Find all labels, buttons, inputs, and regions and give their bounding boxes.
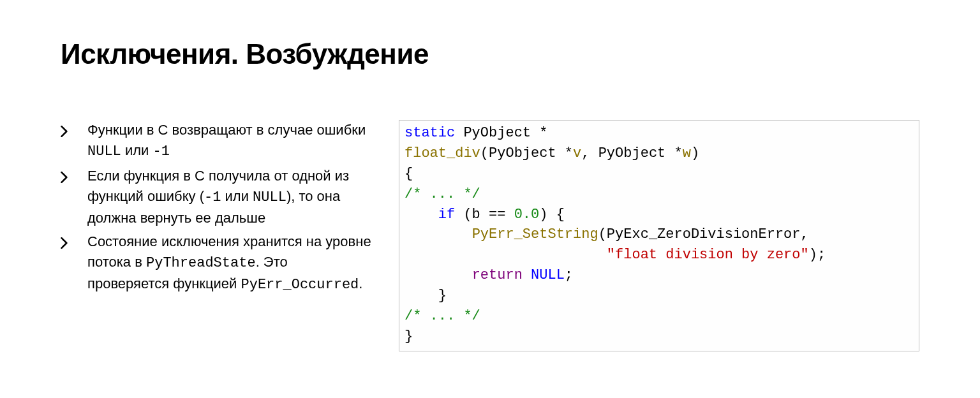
list-item: Состояние исключения хранится на уровне … xyxy=(61,232,373,295)
slide-title: Исключения. Возбуждение xyxy=(61,38,919,70)
list-item-text: Состояние исключения хранится на уровне … xyxy=(87,233,371,291)
code-column: static PyObject * float_div(PyObject *v,… xyxy=(399,120,919,351)
list-item-text: Если функция в C получила от одной из фу… xyxy=(87,168,349,226)
bullet-column: Функции в C возвращают в случае ошибки N… xyxy=(61,120,373,351)
chevron-right-icon xyxy=(61,234,68,254)
list-item: Функции в C возвращают в случае ошибки N… xyxy=(61,120,373,162)
slide-content: Функции в C возвращают в случае ошибки N… xyxy=(61,120,919,351)
bullet-list: Функции в C возвращают в случае ошибки N… xyxy=(61,120,373,295)
chevron-right-icon xyxy=(61,122,68,143)
chevron-right-icon xyxy=(61,168,68,189)
list-item-text: Функции в C возвращают в случае ошибки N… xyxy=(87,122,366,158)
slide: Исключения. Возбуждение Функции в C возв… xyxy=(0,0,980,351)
code-box: static PyObject * float_div(PyObject *v,… xyxy=(399,120,919,351)
code-block: static PyObject * float_div(PyObject *v,… xyxy=(405,123,914,347)
list-item: Если функция в C получила от одной из фу… xyxy=(61,166,373,228)
